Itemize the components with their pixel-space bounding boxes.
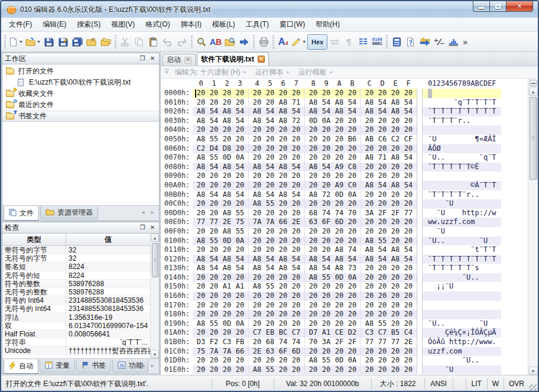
- hex-byte[interactable]: 20: [220, 181, 233, 190]
- hex-byte[interactable]: 72: [290, 116, 303, 126]
- hex-byte[interactable]: 20: [233, 199, 246, 209]
- goto-button[interactable]: [237, 34, 251, 50]
- hex-mode-button[interactable]: Hex: [307, 34, 327, 50]
- hex-byte[interactable]: 74: [277, 338, 290, 347]
- hex-byte[interactable]: 75: [233, 218, 246, 227]
- hex-byte[interactable]: 20: [220, 301, 233, 310]
- hex-row-ascii[interactable]: ¡¡¨U: [422, 282, 501, 291]
- hex-byte[interactable]: 20: [389, 190, 402, 200]
- hex-byte[interactable]: 20: [277, 199, 290, 209]
- hex-byte[interactable]: B5: [389, 328, 402, 338]
- hex-byte[interactable]: 20: [220, 171, 233, 181]
- hex-row-ascii[interactable]: [422, 310, 501, 319]
- hex-byte[interactable]: 66: [277, 218, 290, 227]
- hex-byte[interactable]: A8: [251, 264, 264, 273]
- hex-byte[interactable]: A8: [389, 107, 402, 116]
- hex-byte[interactable]: 20: [363, 199, 376, 209]
- hex-byte[interactable]: 55: [264, 199, 277, 209]
- hex-byte[interactable]: 20: [277, 227, 290, 237]
- hex-byte[interactable]: 20: [264, 319, 277, 329]
- compare-button[interactable]: [418, 34, 432, 50]
- hex-byte[interactable]: 55: [264, 365, 277, 375]
- hex-byte[interactable]: 20: [290, 245, 303, 255]
- hex-byte[interactable]: 2E: [290, 218, 303, 227]
- replace-button[interactable]: AB: [209, 34, 223, 50]
- hex-byte[interactable]: 20: [233, 273, 246, 283]
- hex-byte[interactable]: 20: [376, 218, 389, 227]
- hex-row-ascii[interactable]: ¨T¨T¨T¨T¨T¨T¨T¨T: [422, 255, 501, 264]
- inspector-row[interactable]: Half Float0.008056641: [2, 330, 150, 338]
- sync-scroll-button[interactable]: [327, 34, 342, 50]
- hex-byte[interactable]: A8: [363, 255, 376, 264]
- hex-byte[interactable]: 20: [233, 291, 246, 301]
- hex-byte[interactable]: 20: [346, 89, 359, 98]
- operations-button[interactable]: ⁺∕₋: [432, 34, 446, 50]
- hex-byte[interactable]: 20: [333, 153, 346, 163]
- hex-byte[interactable]: 20: [307, 125, 320, 135]
- hex-byte[interactable]: 77: [376, 338, 389, 347]
- hex-byte[interactable]: C3: [220, 338, 233, 347]
- hex-byte[interactable]: A8: [194, 153, 207, 163]
- hex-byte[interactable]: 20: [320, 171, 333, 181]
- hex-byte[interactable]: 20: [376, 163, 389, 172]
- hex-byte[interactable]: 75: [194, 347, 207, 357]
- hex-byte[interactable]: D4: [207, 144, 220, 154]
- hex-row-ascii[interactable]: [422, 125, 501, 135]
- hex-byte[interactable]: 20: [363, 365, 376, 375]
- hex-byte[interactable]: 20: [402, 125, 415, 135]
- hex-byte[interactable]: 20: [346, 227, 359, 237]
- hex-byte[interactable]: A8: [389, 153, 402, 163]
- hex-byte[interactable]: 20: [333, 227, 346, 237]
- hex-byte[interactable]: 54: [376, 255, 389, 264]
- hex-byte[interactable]: C8: [346, 163, 359, 172]
- hex-byte[interactable]: C7: [290, 328, 303, 338]
- hex-byte[interactable]: 20: [376, 301, 389, 310]
- hex-byte[interactable]: 54: [402, 153, 415, 163]
- hex-byte[interactable]: A8: [220, 107, 233, 116]
- hex-byte[interactable]: 0A: [233, 319, 246, 329]
- status-endianness[interactable]: LIT: [466, 378, 487, 390]
- hex-byte[interactable]: 20: [389, 310, 402, 319]
- hex-byte[interactable]: 55: [376, 319, 389, 329]
- inspector-row[interactable]: Unicode†††††††††††熨咨咨咨咨咨...: [2, 346, 150, 355]
- hex-byte[interactable]: 0D: [333, 190, 346, 200]
- hex-row[interactable]: 0090h:20202020202020202020202020202020: [161, 171, 528, 181]
- status-overwrite-mode[interactable]: OVR: [504, 378, 529, 390]
- hex-byte[interactable]: 20: [207, 227, 220, 237]
- hex-row[interactable]: 00A0h:20202020202020202020A9C0A854A854 ©…: [161, 181, 528, 190]
- hex-row[interactable]: 00D0h:2020A85520202020687474703A2F2F77 ¨…: [161, 209, 528, 218]
- hex-row[interactable]: 00C0h:20202020A85520202020202020202020 ¨…: [161, 199, 528, 209]
- hex-byte[interactable]: 20: [233, 301, 246, 310]
- hex-byte[interactable]: 20: [346, 282, 359, 291]
- hex-byte[interactable]: 20: [277, 365, 290, 375]
- hex-byte[interactable]: 20: [389, 144, 402, 154]
- hex-byte[interactable]: 20: [346, 144, 359, 154]
- hex-byte[interactable]: 20: [264, 135, 277, 144]
- hex-byte[interactable]: AB: [363, 135, 376, 144]
- hex-byte[interactable]: 54: [346, 98, 359, 108]
- hex-byte[interactable]: 20: [363, 89, 376, 98]
- toolbar-grip[interactable]: [272, 35, 274, 48]
- hex-byte[interactable]: A8: [277, 190, 290, 200]
- hex-byte[interactable]: 20: [290, 310, 303, 319]
- hex-row[interactable]: 0140h:2020202020202020A8550D0A20202020 ¨…: [161, 273, 528, 283]
- hex-byte[interactable]: 20: [320, 135, 333, 144]
- inspector-row[interactable]: 符号的 Int642314885530818453536: [2, 296, 150, 304]
- hex-byte[interactable]: 20: [389, 301, 402, 310]
- hex-byte[interactable]: 20: [207, 199, 220, 209]
- hex-row-ascii[interactable]: [422, 171, 501, 181]
- hex-byte[interactable]: 20: [290, 319, 303, 329]
- hex-byte[interactable]: 20: [376, 347, 389, 357]
- hex-byte[interactable]: A8: [251, 365, 264, 375]
- hex-byte[interactable]: 20: [333, 116, 346, 126]
- hex-byte[interactable]: 20: [389, 356, 402, 365]
- hex-byte[interactable]: F2: [207, 338, 220, 347]
- hex-byte[interactable]: 20: [307, 245, 320, 255]
- hex-byte[interactable]: 20: [346, 319, 359, 329]
- hex-row[interactable]: 0180h:20202020202020202020202020202020: [161, 310, 528, 319]
- hex-byte[interactable]: 54: [376, 245, 389, 255]
- hex-byte[interactable]: 20: [333, 310, 346, 319]
- tab-scroll-arrows-icon[interactable]: ◄ ►: [141, 210, 157, 215]
- hex-byte[interactable]: A9: [333, 181, 346, 190]
- paste-button[interactable]: [147, 34, 161, 50]
